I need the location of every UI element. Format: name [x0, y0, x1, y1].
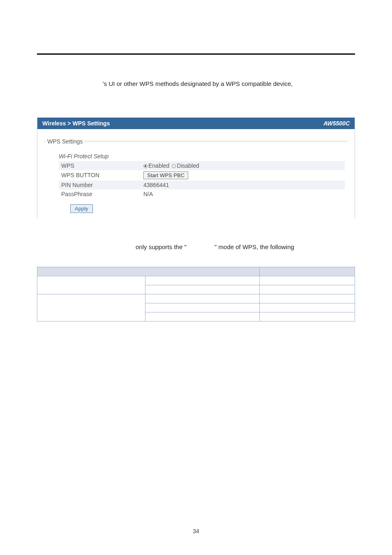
- fieldset-legend: WPS Settings: [46, 138, 84, 145]
- td: [145, 312, 259, 321]
- table-row: [37, 294, 355, 303]
- td: [145, 294, 259, 303]
- wps-enabled-text: Enabled: [148, 162, 169, 169]
- td: [37, 294, 145, 321]
- td: [145, 276, 259, 285]
- wps-config-table: WPS Enabled Disabled WPS BUTTON: [59, 161, 345, 199]
- wps-disabled-radio[interactable]: Disabled: [172, 162, 199, 169]
- wps-row-label: WPS: [59, 161, 141, 170]
- features-table: [37, 267, 355, 321]
- radio-icon: [172, 164, 176, 168]
- body-line-1: 's UI or other WPS methods designated by…: [37, 79, 355, 89]
- th-1: [37, 267, 260, 276]
- td: [145, 303, 259, 312]
- radio-icon: [143, 164, 148, 168]
- td: [145, 285, 259, 294]
- th-2: [260, 267, 355, 276]
- td: [260, 312, 355, 321]
- row-wps: WPS Enabled Disabled: [59, 161, 345, 170]
- note-line1-a: only supports the ": [136, 243, 187, 250]
- panel-model-label: AW5500C: [323, 120, 350, 127]
- wps-fieldset: WPS Settings Wi-Fi Protect Setup WPS Ena…: [44, 138, 348, 219]
- body-paragraph: 's UI or other WPS methods designated by…: [37, 79, 355, 89]
- panel-breadcrumb: Wireless > WPS Settings: [42, 120, 110, 127]
- td: [260, 276, 355, 285]
- td: [37, 276, 145, 294]
- wps-settings-panel: Wireless > WPS Settings AW5500C WPS Sett…: [37, 118, 355, 219]
- wps-disabled-text: Disabled: [177, 162, 199, 169]
- page-number: 34: [0, 528, 392, 534]
- apply-button[interactable]: Apply: [70, 204, 93, 213]
- pass-row-label: PassPhrase: [59, 190, 141, 199]
- pin-row-value: 43866441: [141, 180, 345, 190]
- row-passphrase: PassPhrase N/A: [59, 190, 345, 199]
- panel-header: Wireless > WPS Settings AW5500C: [37, 118, 355, 129]
- td: [260, 294, 355, 303]
- table-row: [37, 276, 355, 285]
- pass-row-value: N/A: [141, 190, 345, 199]
- note-paragraph: only supports the " " mode of WPS, the f…: [37, 243, 355, 250]
- note-line1-b: " mode of WPS, the following: [214, 243, 294, 250]
- wifi-protect-title: Wi-Fi Protect Setup: [59, 153, 345, 160]
- wps-enabled-radio[interactable]: Enabled: [143, 162, 171, 169]
- start-wps-pbc-button[interactable]: Start WPS PBC: [143, 171, 188, 179]
- table-header: [37, 267, 355, 276]
- wpsbtn-row-label: WPS BUTTON: [59, 170, 141, 180]
- row-wps-button: WPS BUTTON Start WPS PBC: [59, 170, 345, 180]
- td: [260, 285, 355, 294]
- pin-row-label: PIN Number: [59, 180, 141, 190]
- top-rule: [37, 53, 355, 55]
- td: [260, 303, 355, 312]
- row-pin: PIN Number 43866441: [59, 180, 345, 190]
